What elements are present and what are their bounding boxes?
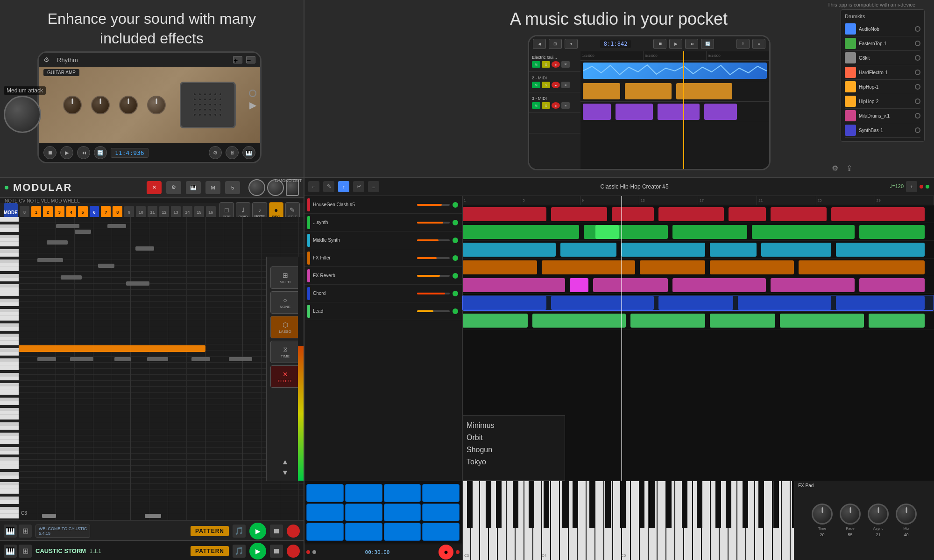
rewind-btn[interactable]: ⏮ xyxy=(685,39,698,49)
add-btn[interactable]: + xyxy=(233,56,242,63)
menu-btn[interactable]: ≡ xyxy=(752,39,765,49)
dot-6[interactable] xyxy=(453,291,458,296)
settings-btn[interactable]: ⚙ xyxy=(166,181,181,194)
bars-btn[interactable]: ≡ xyxy=(368,181,379,192)
amp-knob-treble[interactable] xyxy=(119,96,138,114)
pad-2[interactable] xyxy=(345,484,382,502)
mod-knob-1[interactable] xyxy=(248,179,265,196)
solo-btn-1[interactable]: S xyxy=(542,61,550,68)
vol-slider-3[interactable] xyxy=(417,239,450,241)
pad-10[interactable] xyxy=(345,523,382,541)
knob-fade-control[interactable] xyxy=(840,504,861,525)
amp-knob-bass[interactable] xyxy=(63,96,82,114)
knob-async-control[interactable] xyxy=(868,504,889,525)
stop-btn[interactable]: ⏹ xyxy=(43,146,57,159)
dk-radio-8[interactable] xyxy=(915,127,920,133)
metronome-btn[interactable]: 🎵 xyxy=(233,525,246,538)
vol-slider-6[interactable] xyxy=(417,293,450,294)
loop-btn[interactable]: 🔄 xyxy=(94,146,107,159)
dot-4[interactable] xyxy=(453,255,458,261)
stop-icon-btn[interactable]: ⏹ xyxy=(270,525,283,538)
pattern-btn-2[interactable]: PATTERN xyxy=(191,546,229,556)
mixer-btn[interactable]: 🎚 xyxy=(226,146,239,159)
drumkit-item-3[interactable]: G8kit xyxy=(845,51,920,65)
metronome-btn2[interactable]: 🎵 xyxy=(233,545,246,558)
pattern-btn-1[interactable]: PATTERN xyxy=(191,526,229,536)
pad-4[interactable] xyxy=(422,484,460,502)
settings-btn-1[interactable]: ✕ xyxy=(561,61,570,68)
pad-3[interactable] xyxy=(384,484,421,502)
settings-btn-3[interactable]: ≡ xyxy=(561,102,570,109)
dk-radio-2[interactable] xyxy=(915,41,920,46)
scissor-btn[interactable]: ✂ xyxy=(353,181,364,192)
dot-1[interactable] xyxy=(453,202,458,208)
record-btn-3[interactable]: ● xyxy=(552,102,560,109)
multi-tool-btn[interactable]: ⊞ MULTI xyxy=(270,266,300,289)
track-row-fx-reverb[interactable]: FX Reverb xyxy=(304,267,462,285)
piano-btn[interactable]: 🎹 xyxy=(242,146,255,159)
record-btn-1[interactable] xyxy=(287,525,300,538)
record-btn-1[interactable]: ● xyxy=(552,61,560,68)
drumkit-item-4[interactable]: HardElectro-1 xyxy=(845,65,920,80)
dk-radio-7[interactable] xyxy=(915,113,920,119)
scroll-down-btn[interactable]: ▼ xyxy=(282,469,289,477)
dot-2[interactable] xyxy=(453,220,458,225)
drumkit-item-2[interactable]: EasternTop-1 xyxy=(845,36,920,51)
dk-radio-5[interactable] xyxy=(915,84,920,90)
vol-slider-4[interactable] xyxy=(417,257,450,259)
pad-5[interactable] xyxy=(306,504,344,522)
inst-tokyo[interactable]: Tokyo xyxy=(467,456,561,468)
vol-slider-2[interactable] xyxy=(417,222,450,224)
grid-icon-btn2[interactable]: ⊞ xyxy=(19,545,32,558)
settings-btn[interactable]: ⚙ xyxy=(209,146,222,159)
pad-7[interactable] xyxy=(384,504,421,522)
record-btn-2[interactable]: ● xyxy=(552,82,560,88)
dk-radio-6[interactable] xyxy=(915,98,920,104)
plus-icon[interactable]: + xyxy=(906,181,917,192)
vol-slider-1[interactable] xyxy=(417,204,450,206)
dot-5[interactable] xyxy=(453,273,458,279)
lasso-tool-btn[interactable]: ⬡ LASSO xyxy=(270,316,300,338)
pad-12[interactable] xyxy=(422,523,460,541)
drumkit-item-6[interactable]: HipHop-2 xyxy=(845,94,920,109)
back-btn[interactable]: ← xyxy=(308,181,319,192)
vol-slider-5[interactable] xyxy=(417,275,450,277)
track-row-fx-filter[interactable]: FX Filter xyxy=(304,249,462,267)
share-btn[interactable]: ⇪ xyxy=(736,39,750,49)
dropdown-btn[interactable]: ▾ xyxy=(565,39,578,49)
mute-btn-2[interactable]: M xyxy=(532,82,540,88)
track-row-houseGen[interactable]: HouseGen Clash #5 xyxy=(304,196,462,214)
settings-gear-icon[interactable]: ⚙ xyxy=(832,164,838,173)
piano-icon-btn[interactable]: 🎹 xyxy=(4,525,17,538)
mixer-btn[interactable]: M xyxy=(205,181,220,194)
drumkit-item-7[interactable]: MilaDrums_v.1 xyxy=(845,109,920,123)
dk-radio-3[interactable] xyxy=(915,55,920,61)
close-btn[interactable]: ✕ xyxy=(147,181,162,194)
remove-btn[interactable]: − xyxy=(246,56,255,63)
pad-6[interactable] xyxy=(345,504,382,522)
dot-7[interactable] xyxy=(453,308,458,314)
vol-slider-7[interactable] xyxy=(417,310,450,312)
num-btn[interactable]: 5 xyxy=(225,181,240,194)
time-tool-btn[interactable]: ⧖ TIME xyxy=(270,341,300,363)
delete-tool-btn[interactable]: ✕ DELETE xyxy=(270,365,300,388)
share-icon[interactable]: ⇪ xyxy=(846,164,852,173)
play-btn-green-2[interactable]: ▶ xyxy=(249,543,266,560)
drumkit-item-5[interactable]: HipHop-1 xyxy=(845,80,920,94)
piano-icon-btn2[interactable]: 🎹 xyxy=(4,545,17,558)
piano-btn[interactable]: 🎹 xyxy=(186,181,201,194)
pad-8[interactable] xyxy=(422,504,460,522)
stop-icon-btn2[interactable]: ⏹ xyxy=(270,545,283,558)
inst-shogun[interactable]: Shogun xyxy=(467,444,561,456)
play-btn[interactable]: ▶ xyxy=(669,39,682,49)
scroll-up-btn[interactable]: ▲ xyxy=(282,458,289,466)
grid-btn[interactable]: ⊞ xyxy=(549,39,562,49)
dk-radio-4[interactable] xyxy=(915,70,920,75)
back-btn[interactable]: ◀ xyxy=(533,39,546,49)
mute-btn-3[interactable]: M xyxy=(532,102,540,109)
big-rec-btn[interactable]: ● xyxy=(439,545,453,560)
track-row-chord[interactable]: Chord xyxy=(304,285,462,302)
pad-11[interactable] xyxy=(384,523,421,541)
knob-mix-control[interactable] xyxy=(896,504,917,525)
amp-knob-mid[interactable] xyxy=(91,96,110,114)
